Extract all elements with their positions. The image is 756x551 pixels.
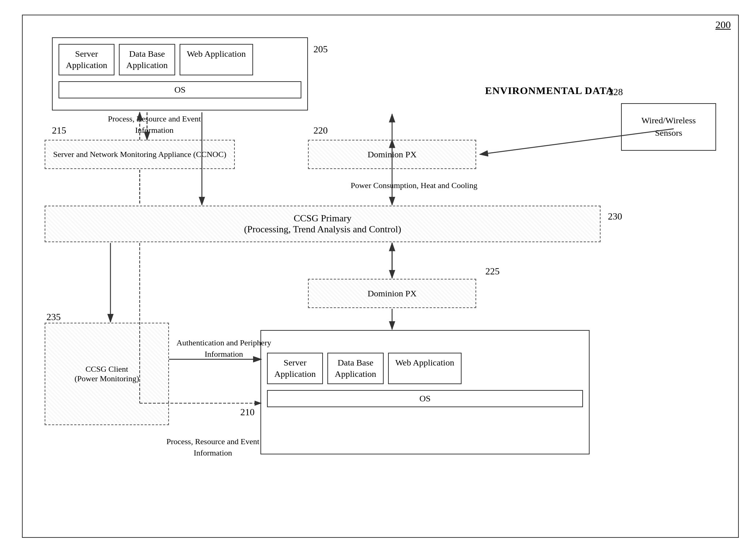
top-server-box: Server Application Data Base Application… bbox=[52, 37, 308, 110]
ccsg-primary-box: CCSG Primary (Processing, Trend Analysis… bbox=[45, 206, 601, 242]
ref-220: 220 bbox=[313, 125, 328, 136]
ref-228: 228 bbox=[609, 87, 623, 98]
ref-200: 200 bbox=[715, 19, 731, 31]
bottom-server-box: Server Application Data Base Application… bbox=[260, 330, 590, 454]
ref-215: 215 bbox=[52, 125, 66, 136]
dominion-px-top: Dominion PX bbox=[308, 140, 476, 169]
top-web-app: Web Application bbox=[180, 44, 253, 75]
ref-230: 230 bbox=[608, 211, 622, 222]
dominion-px-bottom: Dominion PX bbox=[308, 279, 476, 308]
top-os-box: OS bbox=[59, 81, 301, 98]
top-server-app: Server Application bbox=[59, 44, 114, 75]
top-db-app: Data Base Application bbox=[119, 44, 175, 75]
ccsg-client-box: CCSG Client (Power Monitoring) bbox=[45, 323, 169, 425]
ref-225: 225 bbox=[485, 266, 500, 277]
bottom-server-app: Server Application bbox=[267, 353, 323, 384]
bottom-os-box: OS bbox=[267, 390, 583, 407]
bottom-web-app: Web Application bbox=[388, 353, 462, 384]
bottom-db-app: Data Base Application bbox=[327, 353, 383, 384]
ref-205: 205 bbox=[313, 44, 328, 55]
ccnoc-box: Server and Network Monitoring Appliance … bbox=[45, 140, 235, 169]
sensors-box: Wired/Wireless Sensors bbox=[621, 103, 716, 151]
ref-235: 235 bbox=[46, 312, 61, 323]
process-resource-label-top: Process, Resource and Event Information bbox=[96, 113, 213, 136]
ref-210: 210 bbox=[240, 407, 255, 418]
process-resource-label-bottom: Process, Resource and Event Information bbox=[165, 436, 260, 459]
auth-periphery-label: Authentication and Periphery Information bbox=[173, 337, 275, 360]
main-diagram: 200 Server Application Data Base Applica… bbox=[22, 15, 739, 538]
power-consumption-label: Power Consumption, Heat and Cooling bbox=[323, 180, 505, 191]
env-data-label: ENVIRONMENTAL DATA bbox=[485, 85, 614, 97]
